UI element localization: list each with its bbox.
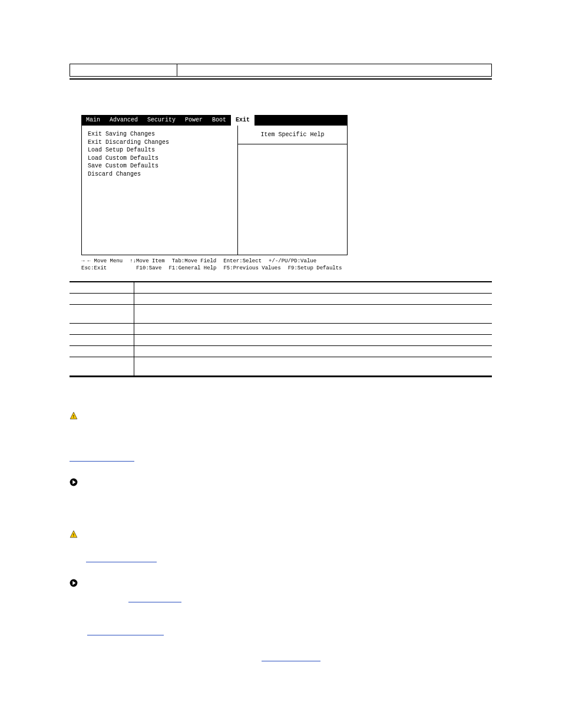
table-row bbox=[70, 324, 492, 335]
svg-text:!: ! bbox=[73, 414, 74, 419]
section-title: Flashing the BIOS bbox=[70, 637, 492, 650]
hint: Tab:Move Field bbox=[172, 258, 217, 265]
bios-help-panel: Item Specific Help bbox=[238, 126, 347, 255]
table-row bbox=[70, 305, 492, 324]
hint: F5:Previous Values bbox=[223, 265, 280, 272]
svg-text:!: ! bbox=[73, 533, 74, 537]
hint: +/-/PU/PD:Value bbox=[269, 258, 316, 265]
hint: F1:General Help bbox=[168, 265, 216, 272]
link-inline[interactable] bbox=[87, 634, 164, 635]
bios-help-body bbox=[238, 144, 347, 255]
section-clearing-cmos: Clearing CMOS Settings ! CAUTION: Before… bbox=[70, 510, 492, 639]
hint: → ← Move Menu bbox=[81, 258, 123, 265]
section-flashing-bios: Flashing the BIOS ® ® bbox=[70, 637, 492, 664]
bios-tab-boot[interactable]: Boot bbox=[207, 115, 231, 126]
registered-mark-icon: ® bbox=[166, 655, 170, 661]
bios-menu-bar: Main Advanced Security Power Boot Exit bbox=[81, 115, 348, 126]
hint: Enter:Select bbox=[223, 258, 262, 265]
hint: ↑↓Move Item bbox=[130, 258, 164, 265]
bios-tab-main[interactable]: Main bbox=[81, 115, 105, 126]
table-row bbox=[70, 335, 492, 346]
section-clearing-passwords: Clearing Forgotten Passwords ! CAUTION: … bbox=[70, 389, 492, 465]
bios-tab-advanced[interactable]: Advanced bbox=[105, 115, 143, 126]
link-support[interactable] bbox=[262, 660, 320, 661]
hint: F10:Save bbox=[136, 265, 161, 272]
table-row bbox=[70, 346, 492, 357]
table-row bbox=[70, 357, 492, 376]
bios-item[interactable]: Save Custom Defaults bbox=[88, 162, 232, 170]
bios-options-list: Exit Saving Changes Exit Discarding Chan… bbox=[82, 126, 238, 255]
caution-triangle-icon: ! bbox=[70, 530, 78, 538]
bios-tab-exit[interactable]: Exit bbox=[231, 115, 254, 126]
bios-tab-power[interactable]: Power bbox=[180, 115, 207, 126]
options-table bbox=[70, 281, 492, 377]
section-title: Clearing CMOS Settings bbox=[70, 510, 492, 523]
header-box-row bbox=[70, 64, 492, 77]
hint: F9:Setup Defaults bbox=[288, 265, 342, 272]
notice-arrow-icon bbox=[70, 478, 78, 486]
bios-key-hints: → ← Move Menu ↑↓Move Item Tab:Move Field… bbox=[81, 255, 348, 272]
header-box-left bbox=[70, 64, 177, 77]
caution-text: CAUTION: Before you begin any of the pro… bbox=[70, 529, 489, 546]
header-box-right bbox=[177, 64, 492, 77]
notice-row bbox=[70, 477, 492, 486]
caution-text: CAUTION: Before you begin any of the pro… bbox=[70, 411, 489, 428]
bios-item[interactable]: Load Custom Defaults bbox=[88, 154, 232, 163]
bios-item[interactable]: Discard Changes bbox=[88, 170, 232, 179]
bios-help-title: Item Specific Help bbox=[238, 126, 347, 144]
bios-item[interactable]: Load Setup Defaults bbox=[88, 146, 232, 154]
table-row bbox=[70, 282, 492, 294]
bios-item[interactable]: Exit Discarding Changes bbox=[88, 139, 232, 147]
caution-triangle-icon: ! bbox=[70, 411, 78, 420]
link-inline[interactable] bbox=[128, 601, 181, 602]
link-before-you-begin[interactable] bbox=[70, 460, 134, 462]
bios-tab-security[interactable]: Security bbox=[143, 115, 180, 126]
bios-body: Exit Saving Changes Exit Discarding Chan… bbox=[81, 126, 348, 255]
bios-item[interactable]: Exit Saving Changes bbox=[88, 130, 232, 139]
notice-arrow-icon bbox=[70, 579, 78, 587]
header-rule bbox=[70, 78, 492, 80]
bios-setup-panel: Main Advanced Security Power Boot Exit E… bbox=[81, 115, 348, 272]
notice-text: NOTICE: This process erases both the sys… bbox=[84, 578, 300, 587]
section-title: Clearing Forgotten Passwords bbox=[70, 389, 492, 403]
table-bottom-rule bbox=[70, 376, 492, 377]
link-before-you-begin[interactable] bbox=[86, 561, 157, 562]
table-row bbox=[70, 294, 492, 305]
hint: Esc:Exit bbox=[81, 265, 107, 272]
registered-mark-icon: ® bbox=[130, 655, 134, 661]
